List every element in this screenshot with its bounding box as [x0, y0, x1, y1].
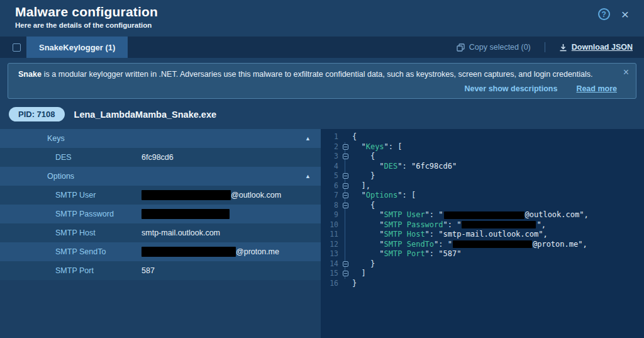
- fold-guide-line: [345, 210, 345, 220]
- json-key: SMTP SendTo: [384, 240, 434, 249]
- banner-close-icon[interactable]: ×: [623, 68, 629, 77]
- fold-gutter: [338, 210, 352, 220]
- json-punct: ": [352, 230, 384, 239]
- code-text: ]: [352, 269, 366, 279]
- code-line: 11 "SMTP Host": "smtp-mail.outlook.com",: [321, 230, 644, 240]
- line-number: 9: [321, 210, 338, 220]
- fold-marker-icon[interactable]: [343, 271, 348, 276]
- json-key: SMTP Host: [384, 230, 425, 239]
- fold-marker-icon[interactable]: [343, 173, 348, 179]
- code-text: "SMTP SendTo": "@proton.me",: [352, 240, 587, 250]
- fold-gutter: [338, 191, 352, 201]
- fold-marker-icon[interactable]: [343, 144, 348, 150]
- fold-marker-icon[interactable]: [343, 154, 348, 159]
- banner-links: Never show descriptions Read more: [18, 84, 617, 93]
- fold-gutter: [338, 249, 352, 259]
- fold-gutter: [338, 269, 352, 279]
- code-text: "Keys": [: [352, 142, 402, 152]
- fold-gutter: [338, 162, 352, 172]
- fold-marker-icon[interactable]: [343, 193, 348, 198]
- header-titles: Malware configuration Here are the detai…: [15, 4, 158, 37]
- fold-marker-icon[interactable]: [343, 183, 348, 189]
- code-text: "SMTP Host": "smtp-mail.outlook.com",: [352, 230, 548, 240]
- section-header-keys[interactable]: Keys ▲: [0, 129, 321, 148]
- json-punct: ": [: [397, 191, 416, 200]
- fold-marker-icon[interactable]: [343, 261, 348, 267]
- line-number: 3: [321, 152, 338, 162]
- code-line: 2 "Keys": [: [321, 142, 644, 152]
- copy-selected-button[interactable]: Copy selected (0): [457, 43, 531, 52]
- malware-configuration-modal: Malware configuration Here are the detai…: [0, 0, 644, 338]
- tab-bar-actions: Copy selected (0) Download JSON: [457, 42, 633, 52]
- json-punct: ": [352, 220, 384, 229]
- select-all-checkbox[interactable]: [13, 43, 21, 52]
- modal-header: Malware configuration Here are the detai…: [0, 0, 644, 37]
- fold-gutter: [338, 220, 352, 230]
- json-punct: ": [352, 249, 384, 258]
- section-header-options[interactable]: Options ▲: [0, 167, 321, 186]
- code-line: 15 ]: [321, 269, 644, 279]
- table-row: SMTP Host smtp-mail.outlook.com: [0, 223, 321, 242]
- tab-snakekeylogger[interactable]: SnakeKeylogger (1): [26, 37, 128, 58]
- json-punct: {: [352, 152, 375, 161]
- collapse-caret-icon[interactable]: ▲: [305, 173, 311, 179]
- code-line: 16}: [321, 279, 644, 289]
- json-punct: ],: [352, 181, 370, 190]
- code-line: 4 "DES": "6fc98cd6": [321, 162, 644, 172]
- redacted-value: [453, 240, 532, 248]
- fold-guide-line: [345, 240, 345, 250]
- collapse-caret-icon[interactable]: ▲: [305, 135, 311, 142]
- fold-gutter: [338, 279, 352, 289]
- fold-gutter: [338, 240, 352, 250]
- process-filename: Lena_LambdaMamba_Snake.exe: [74, 110, 216, 120]
- never-show-descriptions-link[interactable]: Never show descriptions: [464, 84, 557, 93]
- pid-badge: PID: 7108: [9, 107, 65, 121]
- code-text: "SMTP Password": "",: [352, 220, 546, 230]
- table-row: SMTP SendTo @proton.me: [0, 242, 321, 261]
- config-content: Keys ▲ DES 6fc98cd6 Options ▲ SMTP User …: [0, 129, 644, 338]
- config-table: Keys ▲ DES 6fc98cd6 Options ▲ SMTP User …: [0, 129, 321, 338]
- download-json-button[interactable]: Download JSON: [559, 43, 633, 52]
- fold-marker-icon[interactable]: [343, 203, 348, 208]
- json-punct: ": ": [443, 220, 462, 229]
- code-text: "Options": [: [352, 191, 416, 201]
- close-icon[interactable]: ×: [621, 8, 629, 20]
- code-line: 3 {: [321, 152, 644, 162]
- line-number: 8: [321, 201, 338, 211]
- json-key: Options: [366, 191, 398, 200]
- code-line: 12 "SMTP SendTo": "@proton.me",: [321, 240, 644, 250]
- json-key: SMTP Port: [384, 249, 425, 258]
- json-key: SMTP User: [384, 210, 425, 219]
- line-number: 15: [321, 269, 338, 279]
- json-punct: ":: [425, 249, 439, 258]
- page-title: Malware configuration: [15, 4, 158, 20]
- line-number: 1: [321, 132, 338, 142]
- fold-gutter: [338, 142, 352, 152]
- fold-guide-line: [345, 162, 345, 172]
- fold-guide-line: [345, 220, 345, 230]
- help-icon[interactable]: ?: [598, 8, 610, 20]
- code-line: 9 "SMTP User": "@outlook.com",: [321, 210, 644, 220]
- table-row: DES 6fc98cd6: [0, 148, 321, 167]
- code-line: 10 "SMTP Password": "",: [321, 220, 644, 230]
- fold-gutter: [338, 259, 352, 269]
- json-punct: ": ": [434, 240, 452, 249]
- fold-gutter: [338, 171, 352, 181]
- code-text: "SMTP User": "@outlook.com",: [352, 210, 589, 220]
- header-icons: ? ×: [598, 4, 629, 37]
- copy-icon: [457, 43, 465, 52]
- malware-name: Snake: [18, 70, 42, 79]
- code-line: 7 "Options": [: [321, 191, 644, 201]
- code-line: 8 {: [321, 201, 644, 211]
- code-line: 6 ],: [321, 181, 644, 191]
- line-number: 7: [321, 191, 338, 201]
- code-text: {: [352, 152, 375, 162]
- fold-gutter: [338, 152, 352, 162]
- json-string: "587": [438, 249, 461, 258]
- line-number: 10: [321, 220, 338, 230]
- json-string: "6fc98cd6": [411, 162, 457, 171]
- json-punct: {: [352, 201, 375, 210]
- line-number: 11: [321, 230, 338, 240]
- read-more-link[interactable]: Read more: [576, 84, 617, 93]
- code-line: 5 }: [321, 171, 644, 181]
